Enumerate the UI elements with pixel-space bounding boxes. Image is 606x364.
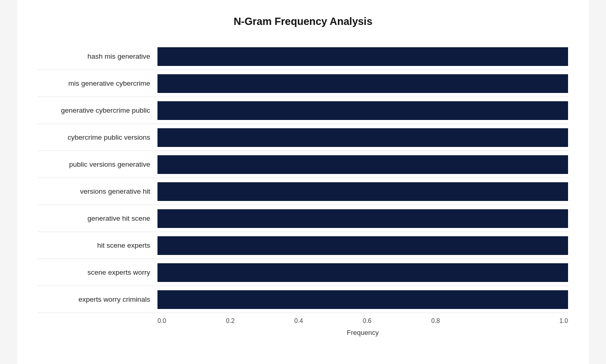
bar-label: hash mis generative xyxy=(38,52,157,60)
x-tick: 1.0 xyxy=(499,317,568,325)
bar-row: versions generative hit xyxy=(38,178,568,205)
bar-track xyxy=(157,128,568,147)
bar-row: scene experts worry xyxy=(38,259,568,286)
bar-row: generative cybercrime public xyxy=(38,97,568,124)
chart-container: N-Gram Frequency Analysis hash mis gener… xyxy=(17,0,589,364)
x-axis: 0.00.20.40.60.81.0 xyxy=(157,317,568,325)
bar-track xyxy=(157,290,568,309)
bar-track xyxy=(157,101,568,120)
bar-row: experts worry criminals xyxy=(38,286,568,313)
x-tick: 0.4 xyxy=(294,317,363,325)
bar-track xyxy=(157,74,568,93)
bar-fill xyxy=(157,101,568,120)
bar-track xyxy=(157,155,568,174)
x-tick: 0.8 xyxy=(431,317,500,325)
bar-row: cybercrime public versions xyxy=(38,124,568,151)
bar-row: hash mis generative xyxy=(38,43,568,70)
bar-track-wrapper xyxy=(157,101,568,120)
x-tick: 0.2 xyxy=(226,317,295,325)
bar-fill xyxy=(157,209,568,228)
bar-track-wrapper xyxy=(157,236,568,255)
x-tick: 0.0 xyxy=(157,317,226,325)
bar-row: public versions generative xyxy=(38,151,568,178)
bar-track xyxy=(157,182,568,201)
bar-label: generative cybercrime public xyxy=(38,106,157,114)
bar-label: versions generative hit xyxy=(38,187,157,195)
bar-fill xyxy=(157,74,568,93)
bar-label: scene experts worry xyxy=(38,268,157,276)
bar-fill xyxy=(157,128,568,147)
bar-fill xyxy=(157,290,568,309)
bar-track xyxy=(157,209,568,228)
x-axis-label: Frequency xyxy=(157,329,568,336)
bar-row: generative hit scene xyxy=(38,205,568,232)
bar-track xyxy=(157,263,568,282)
bar-fill xyxy=(157,155,568,174)
bar-label: generative hit scene xyxy=(38,214,157,222)
bar-label: cybercrime public versions xyxy=(38,133,157,141)
bar-label: public versions generative xyxy=(38,160,157,168)
bar-label: mis generative cybercrime xyxy=(38,79,157,87)
x-tick: 0.6 xyxy=(363,317,431,325)
bar-fill xyxy=(157,236,568,255)
bar-track-wrapper xyxy=(157,290,568,309)
chart-title: N-Gram Frequency Analysis xyxy=(38,16,568,28)
bar-fill xyxy=(157,182,568,201)
bar-track-wrapper xyxy=(157,263,568,282)
bar-track-wrapper xyxy=(157,182,568,201)
chart-area: hash mis generativemis generative cyberc… xyxy=(38,43,568,313)
bar-row: hit scene experts xyxy=(38,232,568,259)
bar-label: hit scene experts xyxy=(38,241,157,249)
bar-fill xyxy=(157,263,568,282)
bar-track-wrapper xyxy=(157,155,568,174)
bar-track-wrapper xyxy=(157,74,568,93)
bar-track xyxy=(157,47,568,66)
bar-row: mis generative cybercrime xyxy=(38,70,568,97)
bar-fill xyxy=(157,47,568,66)
bar-track xyxy=(157,236,568,255)
bar-label: experts worry criminals xyxy=(38,295,157,303)
bar-track-wrapper xyxy=(157,47,568,66)
bar-track-wrapper xyxy=(157,128,568,147)
bar-track-wrapper xyxy=(157,209,568,228)
